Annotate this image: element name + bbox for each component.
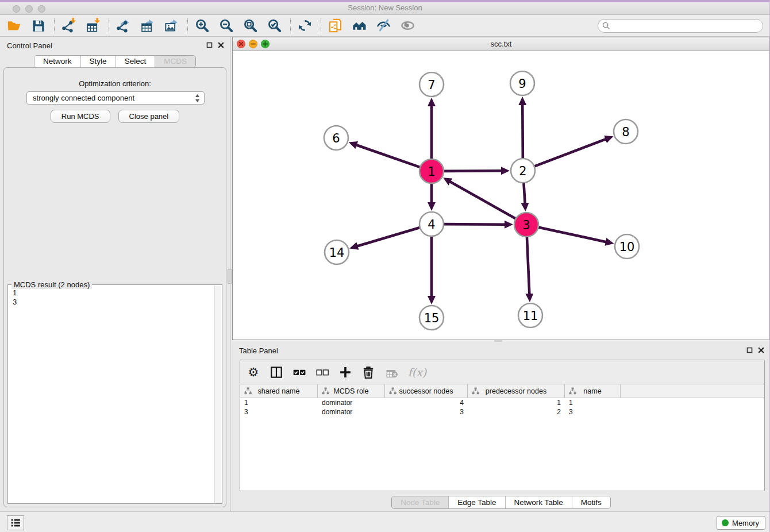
zoom-out-icon <box>218 18 234 33</box>
zoom-in-button[interactable] <box>192 17 211 35</box>
panel-splitter-grip[interactable] <box>228 269 232 284</box>
table-row[interactable]: 1dominator411 <box>240 398 764 407</box>
column-header-successor-nodes[interactable]: successor nodes <box>385 384 468 398</box>
network-window-titlebar[interactable]: scc.txt <box>233 37 769 51</box>
table-row[interactable]: 3dominator323 <box>240 407 764 417</box>
column-layout-button[interactable] <box>268 364 285 381</box>
zoom-fit-button[interactable] <box>241 17 260 35</box>
hide-panels-button[interactable] <box>374 17 393 35</box>
table-cell[interactable]: 2 <box>468 407 565 417</box>
export-image-button[interactable] <box>162 17 181 35</box>
table-cell[interactable]: 1 <box>468 398 565 407</box>
graph-node-label-11: 11 <box>523 309 538 323</box>
float-panel-icon[interactable] <box>206 42 213 48</box>
select-all-columns-button[interactable] <box>291 364 308 381</box>
toolbar-separator <box>321 18 321 33</box>
status-bar: Memory <box>0 511 770 532</box>
delete-table-button <box>383 364 400 381</box>
column-type-icon <box>472 387 479 395</box>
export-table-button[interactable] <box>138 17 157 35</box>
duplicate-network-icon <box>328 18 343 33</box>
table-cell[interactable]: 1 <box>240 398 318 407</box>
column-header-label: MCDS role <box>333 387 368 395</box>
save-session-button[interactable] <box>29 17 48 35</box>
import-table-icon <box>85 18 101 33</box>
import-network-button[interactable] <box>59 17 78 35</box>
table-cell[interactable]: dominator <box>318 398 385 407</box>
network-graph[interactable]: 7968124314101511 <box>233 51 769 340</box>
edge-2-9[interactable] <box>522 105 523 159</box>
column-header-shared-name[interactable]: shared name <box>240 384 318 398</box>
table-cell[interactable]: 1 <box>565 398 621 407</box>
delete-column-button[interactable] <box>360 364 377 381</box>
column-header-MCDS-role[interactable]: MCDS role <box>318 384 385 398</box>
mcds-result-scrollbar[interactable] <box>214 286 221 503</box>
graph-node-label-8: 8 <box>622 125 629 139</box>
tab-motifs[interactable]: Motifs <box>572 496 610 508</box>
task-history-button[interactable] <box>7 515 24 530</box>
optimization-criterion-select[interactable]: strongly connected component <box>26 91 205 105</box>
edge-4-3[interactable] <box>444 224 505 225</box>
graph-node-label-4: 4 <box>428 218 435 232</box>
table-rows: 1dominator4113dominator323 <box>240 398 764 417</box>
home-icon <box>352 18 367 33</box>
table-cell[interactable]: 3 <box>565 407 621 417</box>
graph-node-label-2: 2 <box>519 164 526 178</box>
export-network-button[interactable] <box>114 17 133 35</box>
column-header-predecessor-nodes[interactable]: predecessor nodes <box>468 384 565 398</box>
search-input[interactable] <box>598 19 763 33</box>
close-panel-icon[interactable] <box>218 42 224 48</box>
edge-2-8[interactable] <box>534 139 606 166</box>
tab-edge-table[interactable]: Edge Table <box>448 496 505 508</box>
edge-3-11[interactable] <box>527 237 529 294</box>
refresh-button[interactable] <box>295 17 314 35</box>
table-cell[interactable]: dominator <box>318 407 385 417</box>
edge-4-14[interactable] <box>357 228 419 246</box>
column-header-name[interactable]: name <box>565 384 621 398</box>
graph-node-label-7: 7 <box>428 78 435 92</box>
tab-select[interactable]: Select <box>116 56 155 67</box>
toolbar-separator <box>187 18 188 33</box>
table-cell[interactable]: 4 <box>385 398 468 407</box>
network-view-window: scc.txt 7968124314101511 <box>232 37 770 340</box>
dropdown-stepper-icon <box>195 94 200 106</box>
tab-node-table[interactable]: Node Table <box>392 496 448 508</box>
close-panel-button[interactable]: Close panel <box>118 110 180 123</box>
tab-mcds[interactable]: MCDS <box>155 56 195 67</box>
edge-3-1[interactable] <box>450 182 515 219</box>
horizontal-splitter-grip[interactable] <box>494 340 502 342</box>
home-button[interactable] <box>350 17 369 35</box>
network-canvas[interactable]: 7968124314101511 <box>233 51 769 340</box>
close-table-panel-icon[interactable] <box>758 347 764 353</box>
unselect-all-columns-button[interactable] <box>314 364 331 381</box>
add-column-button[interactable] <box>337 364 354 381</box>
run-mcds-button[interactable]: Run MCDS <box>51 110 110 123</box>
memory-button[interactable]: Memory <box>717 516 765 530</box>
zoom-out-button[interactable] <box>217 17 236 35</box>
tab-network-table[interactable]: Network Table <box>505 496 572 508</box>
main-toolbar <box>0 15 770 37</box>
show-eye-button[interactable] <box>398 17 417 35</box>
table-settings-button[interactable]: ⚙ <box>245 364 262 381</box>
open-session-button[interactable] <box>5 17 24 35</box>
edge-1-2[interactable] <box>444 171 502 171</box>
import-table-button[interactable] <box>83 17 102 35</box>
table-cell[interactable]: 3 <box>385 407 468 417</box>
table-cell[interactable]: 3 <box>240 407 318 417</box>
optimization-criterion-label: Optimization criterion: <box>4 79 226 88</box>
list-icon <box>9 516 22 529</box>
tab-network[interactable]: Network <box>34 56 80 67</box>
mcds-result-list: 1 3 <box>8 286 214 503</box>
zoom-selected-button[interactable] <box>265 17 284 35</box>
dropdown-selected-value: strongly connected component <box>33 94 134 102</box>
duplicate-network-button[interactable] <box>326 17 345 35</box>
edge-1-6[interactable] <box>356 145 420 167</box>
edge-2-3[interactable] <box>523 183 525 203</box>
column-header-label: name <box>583 387 601 395</box>
select-all-columns-icon <box>292 365 307 380</box>
control-panel: Control Panel NetworkStyleSelectMCDS Opt… <box>0 37 230 511</box>
export-image-icon <box>164 18 179 33</box>
tab-style[interactable]: Style <box>80 56 116 67</box>
edge-3-10[interactable] <box>538 227 606 242</box>
float-table-panel-icon[interactable] <box>746 347 753 353</box>
